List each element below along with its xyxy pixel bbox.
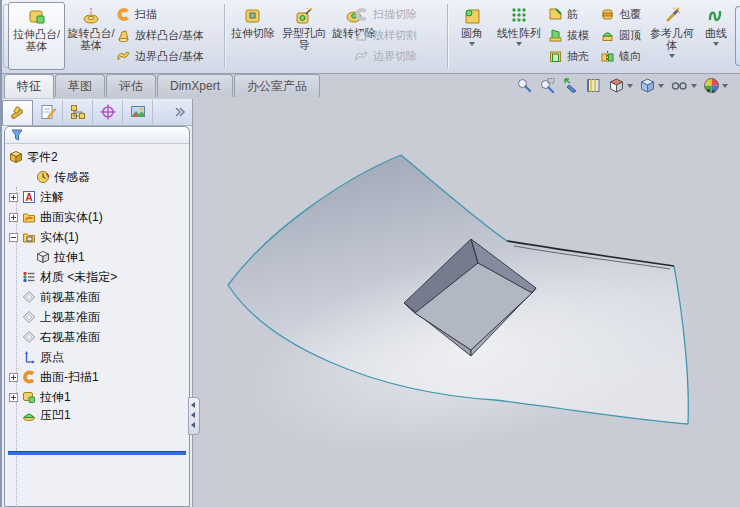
rib-button[interactable]: 筋 — [548, 4, 598, 25]
tree-filter-bar[interactable] — [5, 127, 189, 144]
commandmanager-tabs: 特征 草图 评估 DimXpert 办公室产品 — [4, 74, 321, 97]
tab-dimxpert[interactable]: DimXpert — [157, 74, 233, 97]
dropdown-arrow-icon[interactable] — [658, 84, 664, 88]
expand-plus-icon[interactable] — [9, 393, 18, 402]
tab-featuremanager-design-tree[interactable] — [2, 100, 33, 125]
panel-tabs-overflow-button[interactable] — [174, 103, 186, 121]
tree-item-right-plane[interactable]: 右视基准面 — [9, 327, 100, 347]
tab-features[interactable]: 特征 — [4, 74, 54, 98]
tree-item-top-plane[interactable]: 上视基准面 — [9, 307, 100, 327]
tree-item-label: 曲面实体(1) — [40, 209, 103, 226]
sweep-icon — [116, 7, 131, 22]
section-view-icon — [585, 77, 602, 94]
tree-item-surface-bodies[interactable]: 曲面实体(1) — [9, 207, 103, 227]
reference-geometry-button[interactable]: 参考几何体 — [648, 2, 696, 70]
dropdown-arrow-icon[interactable] — [722, 84, 728, 88]
hole-wizard-button[interactable]: 异型孔向导 — [278, 2, 330, 70]
tree-item-surface-sweep1[interactable]: 曲面-扫描1 — [9, 367, 99, 387]
rollback-bar[interactable] — [8, 451, 186, 455]
tree-item-sensors[interactable]: 传感器 — [23, 167, 90, 187]
solidworks-window: 拉伸凸台/基体 旋转凸台/基体 扫描 放样凸台/基体 边界凸台/基体 拉伸切除 — [0, 0, 740, 507]
dimxpertmanager-icon — [99, 103, 117, 121]
display-style-button[interactable] — [639, 77, 664, 94]
dropdown-arrow-icon[interactable] — [691, 84, 697, 88]
button-label: 拉伸切除 — [231, 27, 275, 39]
svg-text:A: A — [25, 192, 32, 203]
tree-item-material[interactable]: 材质 <未指定> — [9, 267, 117, 287]
command-manager-ribbon: 拉伸凸台/基体 旋转凸台/基体 扫描 放样凸台/基体 边界凸台/基体 拉伸切除 — [2, 0, 740, 74]
chevrons-right-icon — [174, 107, 186, 117]
tab-sketch[interactable]: 草图 — [55, 74, 105, 97]
tree-item-extrude1[interactable]: 拉伸1 — [9, 387, 71, 407]
revolved-boss-base-button[interactable]: 旋转凸台/基体 — [65, 2, 117, 70]
tree-item-indent1[interactable]: 压凹1 — [9, 405, 71, 425]
shell-button[interactable]: 抽壳 — [548, 46, 598, 67]
tree-root-part[interactable]: 零件2 — [9, 147, 58, 167]
dropdown-arrow-icon[interactable] — [713, 42, 719, 46]
button-label: 放样凸台/基体 — [135, 28, 204, 43]
button-label: 边界凸台/基体 — [135, 49, 204, 64]
extruded-boss-base-button[interactable]: 拉伸凸台/基体 — [8, 2, 65, 70]
tab-evaluate[interactable]: 评估 — [106, 74, 156, 97]
linear-pattern-button[interactable]: 线性阵列 — [494, 2, 544, 70]
mirror-button[interactable]: 镜向 — [600, 46, 648, 67]
curves-button[interactable]: 曲线 — [698, 2, 734, 70]
tab-displaymanager[interactable] — [123, 100, 153, 124]
fillet-button[interactable]: 圆角 — [450, 2, 494, 70]
tree-item-front-plane[interactable]: 前视基准面 — [9, 287, 100, 307]
swept-cut-icon — [354, 7, 369, 22]
lofted-cut-icon — [354, 28, 369, 43]
plane-icon — [22, 310, 36, 324]
solid-body-icon — [36, 250, 50, 264]
tree-item-label: 曲面-扫描1 — [40, 369, 99, 386]
tree-item-solid-body-extrude1[interactable]: 拉伸1 — [23, 247, 85, 267]
button-label: 筋 — [567, 7, 578, 22]
configurationmanager-icon — [69, 103, 87, 121]
section-view-button[interactable] — [585, 77, 602, 94]
boundary-boss-button[interactable]: 边界凸台/基体 — [116, 46, 222, 67]
swept-cut-button-disabled: 扫描切除 — [354, 4, 446, 25]
tree-item-label: 原点 — [40, 349, 64, 366]
expand-plus-icon[interactable] — [9, 213, 18, 222]
tree-item-annotations[interactable]: A 注解 — [9, 187, 64, 207]
tab-configurationmanager[interactable] — [63, 100, 93, 124]
tree-item-origin[interactable]: 原点 — [9, 347, 64, 367]
draft-button[interactable]: 拔模 — [548, 25, 598, 46]
part-icon — [9, 150, 23, 164]
tab-dimxpertmanager[interactable] — [93, 100, 123, 124]
extruded-cut-icon — [243, 6, 263, 26]
dropdown-arrow-icon[interactable] — [516, 42, 522, 46]
zoom-to-fit-button[interactable] — [516, 77, 533, 94]
extruded-cut-button[interactable]: 拉伸切除 — [228, 2, 278, 70]
wrap-button[interactable]: 包覆 — [600, 4, 648, 25]
commandmanager-tab-row: 特征 草图 评估 DimXpert 办公室产品 — [2, 73, 740, 97]
view-orientation-button[interactable] — [608, 77, 633, 94]
button-label: 线性阵列 — [497, 27, 541, 39]
indent-feature-icon — [22, 408, 36, 422]
tree-item-label: 上视基准面 — [40, 309, 100, 326]
dome-button[interactable]: 圆顶 — [600, 25, 648, 46]
dropdown-arrow-icon[interactable] — [669, 54, 675, 58]
tree-item-solid-bodies[interactable]: 实体(1) — [9, 227, 79, 247]
hide-show-items-button[interactable] — [670, 77, 697, 94]
tab-office-products[interactable]: 办公室产品 — [234, 74, 320, 97]
tree-item-label: 材质 <未指定> — [40, 269, 117, 286]
dropdown-arrow-icon[interactable] — [469, 42, 475, 46]
edit-appearance-button[interactable] — [703, 77, 728, 94]
lofted-boss-button[interactable]: 放样凸台/基体 — [116, 25, 222, 46]
tab-propertymanager[interactable] — [33, 100, 63, 124]
next-group-partial-button[interactable] — [735, 6, 740, 66]
expand-plus-icon[interactable] — [9, 193, 18, 202]
expand-minus-icon[interactable] — [9, 233, 18, 242]
button-label: 边界切除 — [373, 49, 417, 64]
annotations-icon: A — [22, 190, 36, 204]
dropdown-arrow-icon[interactable] — [627, 84, 633, 88]
previous-view-button[interactable] — [562, 77, 579, 94]
zoom-to-area-button[interactable] — [539, 77, 556, 94]
appearance-ball-icon — [703, 77, 720, 94]
panel-splitter-handle[interactable] — [188, 397, 200, 435]
sweep-button[interactable]: 扫描 — [116, 4, 222, 25]
expand-plus-icon[interactable] — [9, 373, 18, 382]
button-label: 抽壳 — [567, 49, 589, 64]
rib-icon — [548, 7, 563, 22]
